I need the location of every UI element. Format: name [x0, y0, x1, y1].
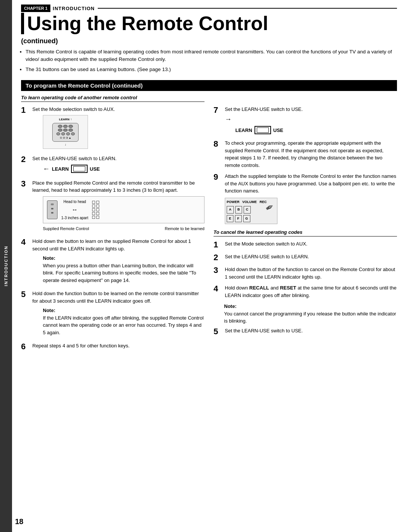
- template-image: ✒ POWER VOLUME REC A B C: [225, 198, 277, 224]
- btn-e: E: [227, 215, 233, 223]
- cancel-step-num-1: 1: [214, 240, 222, 249]
- cancel-step-num-2: 2: [214, 253, 222, 262]
- learn-use-diagram-7: →: [225, 114, 397, 124]
- step-8-text: To check your programming, operate the a…: [225, 140, 383, 168]
- note-2-text: If the LEARN indicator goes off after bl…: [43, 314, 205, 336]
- head-to-head-label: Head to head: [64, 199, 86, 205]
- note-1-title: Note:: [43, 255, 205, 262]
- step-5: 5 Hold down the function button to be le…: [21, 290, 205, 338]
- intro-bullet-2: The 31 buttons can be used as Learning b…: [26, 66, 397, 73]
- learn-label-7: LEARN: [235, 127, 252, 134]
- step-2: 2 Set the LEARN-USE switch to LEARN. ← L…: [21, 155, 205, 176]
- note-1: Note: When you press a button other than…: [43, 255, 205, 284]
- switch-inner-2: [73, 166, 85, 171]
- remote-diagram: LEARN ↑: [43, 115, 88, 149]
- step-3: 3 Place the supplied Remote Control and …: [21, 179, 205, 234]
- cancel-step-3-text: Hold down the button of the function to …: [225, 267, 395, 280]
- note-2-title: Note:: [43, 307, 205, 314]
- inches-label: 1-3 inches apart: [61, 215, 88, 221]
- head-to-head-diagram: Head to head ↔ 1-3 inches apart: [43, 196, 205, 223]
- diagram-caption: Supplied Remote Control Remote to be lea…: [43, 226, 205, 232]
- step-num-7: 7: [214, 106, 222, 115]
- page-number: 18: [15, 517, 23, 526]
- cancel-step-5: 5 Set the LEARN-USE switch to USE.: [214, 327, 397, 336]
- chapter-subtitle: INTRODUCTION: [53, 6, 95, 11]
- volume-label: VOLUME: [242, 200, 257, 204]
- step-9-text: Attach the supplied template to the Remo…: [225, 173, 396, 194]
- cancel-step-num-5: 5: [214, 327, 222, 336]
- chapter-bar: CHAPTER 1 INTRODUCTION: [21, 5, 397, 12]
- use-label-2: USE: [90, 165, 100, 173]
- step-1-text: Set the Mode selection switch to AUX.: [32, 106, 115, 112]
- step-3-text: Place the supplied Remote Control and th…: [32, 180, 195, 193]
- section-header: To program the Remote Control (continued…: [21, 80, 397, 91]
- step-8: 8 To check your programming, operate the…: [214, 139, 397, 169]
- intro-bullet-1: This Remote Control is capable of learni…: [26, 48, 397, 64]
- step-num-2: 2: [21, 155, 29, 164]
- step-7: 7 Set the LEARN-USE switch to USE. → LEA…: [214, 106, 397, 136]
- right-column: spacer 7 Set the LEARN-USE switch to USE…: [214, 95, 397, 355]
- step-7-text: Set the LEARN-USE switch to USE.: [225, 106, 303, 112]
- arrow-left-icon: ←: [43, 164, 50, 174]
- btn-f: F: [235, 215, 242, 223]
- cancel-section: To cancel the learned operating codes 1 …: [214, 229, 397, 336]
- step-num-9: 9: [214, 173, 222, 182]
- arrow-right-icon: →: [225, 114, 232, 124]
- sidebar: INTRODUCTION: [0, 0, 12, 532]
- cancel-step-1: 1 Set the Mode selection switch to AUX.: [214, 240, 397, 249]
- step-4-text: Hold down the button to learn on the sup…: [32, 238, 191, 252]
- intro-bullets: This Remote Control is capable of learni…: [26, 48, 397, 73]
- supplied-label: Supplied Remote Control: [43, 226, 89, 232]
- chapter-label: CHAPTER 1: [21, 5, 50, 12]
- btn-c: C: [244, 206, 251, 214]
- left-remote: [47, 200, 58, 219]
- note-1-text: When you press a button other than Learn…: [43, 262, 205, 284]
- recall-bold: RECALL: [249, 285, 269, 291]
- cancel-step-num-3: 3: [214, 266, 222, 275]
- step-6-text: Repeat steps 4 and 5 for other function …: [32, 343, 130, 349]
- cancel-sub-heading: To cancel the learned operating codes: [214, 229, 397, 236]
- note-cancel-text: You cannot cancel the programming if you…: [224, 310, 397, 325]
- step-2-text: Set the LEARN-USE switch to LEARN.: [32, 156, 117, 161]
- reset-bold: RESET: [280, 285, 296, 291]
- note-2: Note: If the LEARN indicator goes off af…: [43, 307, 205, 336]
- step-1: 1 Set the Mode selection switch to AUX. …: [21, 106, 205, 152]
- btn-a: A: [227, 206, 234, 214]
- learn-use-switch-2: [71, 165, 88, 173]
- diagram-labels: Head to head ↔ 1-3 inches apart: [61, 199, 88, 221]
- page-title: Using the Remote Control: [21, 13, 397, 34]
- cancel-step-num-4: 4: [214, 284, 222, 293]
- main-content: CHAPTER 1 INTRODUCTION Using the Remote …: [12, 0, 406, 364]
- step-4: 4 Hold down the button to learn on the s…: [21, 238, 205, 286]
- cancel-step-2-text: Set the LEARN-USE switch to LEARN.: [225, 254, 309, 259]
- cancel-step-4: 4 Hold down RECALL and RESET at the same…: [214, 284, 397, 299]
- btn-b: B: [235, 206, 242, 214]
- sidebar-label: INTRODUCTION: [4, 246, 8, 286]
- step-num-3: 3: [21, 179, 29, 188]
- use-label-7: USE: [273, 127, 283, 134]
- learn-use-row-7: LEARN USE: [235, 126, 397, 134]
- learn-use-diagram-2: ← LEARN USE: [43, 164, 205, 174]
- cancel-step-1-text: Set the Mode selection switch to AUX.: [225, 241, 308, 247]
- cancel-step-3: 3 Hold down the button of the function t…: [214, 266, 397, 280]
- learn-use-switch-7: [255, 126, 271, 134]
- note-cancel-title: Note:: [224, 303, 397, 310]
- power-label: POWER: [227, 200, 239, 204]
- learn-label-2: LEARN: [52, 165, 69, 173]
- step-9: 9 Attach the supplied template to the Re…: [214, 173, 397, 226]
- step-num-6: 6: [21, 342, 29, 351]
- step-6: 6 Repeat steps 4 and 5 for other functio…: [21, 342, 205, 351]
- switch-inner-7: [257, 127, 269, 133]
- left-column: To learn operating code of another remot…: [21, 95, 205, 355]
- step-num-8: 8: [214, 139, 222, 149]
- step-num-5: 5: [21, 290, 29, 299]
- continued-heading: (continued): [21, 37, 397, 45]
- learned-label: Remote to be learned: [165, 226, 205, 232]
- btn-g: G: [243, 215, 250, 223]
- step-5-text: Hold down the function button to be lear…: [32, 291, 199, 304]
- step-num-1: 1: [21, 106, 29, 115]
- step-num-4: 4: [21, 238, 29, 247]
- cancel-step-4-text: Hold down RECALL and RESET at the same t…: [225, 285, 397, 298]
- note-cancel: Note: You cannot cancel the programming …: [224, 303, 397, 325]
- two-col-layout: To learn operating code of another remot…: [21, 95, 397, 355]
